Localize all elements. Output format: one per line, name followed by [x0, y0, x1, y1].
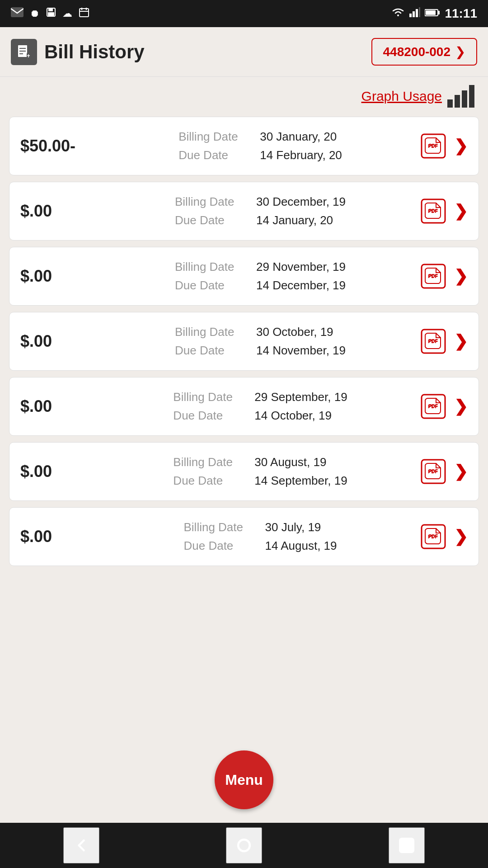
menu-button[interactable]: Menu: [215, 750, 273, 809]
bills-list: $50.00- Billing Date 30 January, 20 Due …: [0, 112, 488, 741]
svg-text:PDF: PDF: [428, 274, 438, 279]
due-date-label: Due Date: [173, 409, 245, 423]
svg-text:PDF: PDF: [428, 469, 438, 474]
due-date-row: Due Date 14 December, 19: [175, 278, 346, 292]
bill-card[interactable]: $.00 Billing Date 29 September, 19 Due D…: [9, 377, 479, 436]
bill-amount: $.00: [20, 527, 102, 546]
graph-usage-link[interactable]: Graph Usage: [361, 89, 442, 104]
pdf-icon[interactable]: PDF PDF: [419, 392, 448, 421]
wifi-icon: [391, 7, 405, 20]
header: Bill History 448200-002 ❯: [0, 27, 488, 77]
bill-dates: Billing Date 30 July, 19 Due Date 14 Aug…: [183, 520, 337, 553]
svg-rect-9: [413, 11, 415, 17]
chevron-right-icon: ❯: [454, 137, 468, 156]
menu-button-label: Menu: [225, 772, 263, 788]
svg-text:PDF: PDF: [428, 208, 438, 214]
billing-date-row: Billing Date 29 September, 19: [173, 390, 347, 404]
svg-rect-13: [438, 11, 440, 14]
due-date-label: Due Date: [175, 213, 247, 227]
bill-amount: $.00: [20, 462, 102, 481]
due-date-value: 14 February, 20: [260, 148, 342, 162]
bill-card[interactable]: $.00 Billing Date 30 August, 19 Due Date…: [9, 442, 479, 501]
due-date-row: Due Date 14 January, 20: [175, 213, 346, 227]
svg-rect-0: [11, 7, 23, 17]
chevron-right-icon: ❯: [454, 397, 468, 416]
bill-dates: Billing Date 30 January, 20 Due Date 14 …: [178, 130, 342, 162]
svg-text:PDF: PDF: [428, 404, 438, 409]
bill-card[interactable]: $.00 Billing Date 30 December, 19 Due Da…: [9, 182, 479, 241]
pdf-icon[interactable]: PDF PDF: [419, 197, 448, 226]
bill-dates: Billing Date 30 October, 19 Due Date 14 …: [175, 325, 346, 358]
signal-icon: [409, 7, 420, 20]
billing-date-value: 30 October, 19: [256, 325, 333, 339]
billing-date-row: Billing Date 30 July, 19: [183, 520, 337, 534]
due-date-value: 14 December, 19: [256, 278, 346, 292]
home-button[interactable]: [226, 827, 262, 863]
pdf-icon[interactable]: PDF PDF: [419, 132, 448, 160]
billing-date-label: Billing Date: [173, 390, 245, 404]
bill-card[interactable]: $50.00- Billing Date 30 January, 20 Due …: [9, 117, 479, 175]
svg-rect-3: [48, 12, 54, 16]
bill-amount: $.00: [20, 267, 102, 286]
bill-amount: $.00: [20, 332, 102, 351]
chevron-right-icon: ❯: [454, 462, 468, 481]
header-left: Bill History: [11, 39, 145, 65]
bill-card[interactable]: $.00 Billing Date 29 November, 19 Due Da…: [9, 247, 479, 306]
due-date-label: Due Date: [173, 474, 245, 488]
svg-rect-4: [80, 9, 89, 17]
bill-card[interactable]: $.00 Billing Date 30 October, 19 Due Dat…: [9, 312, 479, 371]
bar4: [469, 85, 474, 108]
billing-date-value: 30 July, 19: [265, 520, 321, 534]
pdf-icon[interactable]: PDF PDF: [419, 262, 448, 291]
billing-date-row: Billing Date 29 November, 19: [175, 260, 346, 274]
svg-rect-10: [416, 9, 418, 17]
bill-actions: PDF PDF ❯: [419, 392, 468, 421]
due-date-label: Due Date: [183, 539, 256, 553]
due-date-label: Due Date: [178, 148, 251, 162]
due-date-row: Due Date 14 August, 19: [183, 539, 337, 553]
bill-actions: PDF PDF ❯: [419, 197, 468, 226]
bill-amount: $.00: [20, 202, 102, 221]
due-date-value: 14 October, 19: [254, 409, 332, 423]
bar-chart-icon: [447, 85, 474, 108]
billing-date-value: 29 September, 19: [254, 390, 347, 404]
due-date-row: Due Date 14 September, 19: [173, 474, 347, 488]
pdf-icon[interactable]: PDF PDF: [419, 327, 448, 356]
billing-date-value: 30 December, 19: [256, 195, 346, 209]
graph-usage-row: Graph Usage: [0, 77, 488, 112]
billing-date-label: Billing Date: [178, 130, 251, 144]
billing-date-value: 30 January, 20: [260, 130, 337, 144]
svg-rect-8: [409, 14, 412, 17]
account-arrow-icon: ❯: [455, 44, 465, 59]
billing-date-value: 29 November, 19: [256, 260, 346, 274]
bill-card[interactable]: $.00 Billing Date 30 July, 19 Due Date 1…: [9, 507, 479, 566]
svg-point-44: [238, 840, 250, 851]
svg-rect-14: [426, 10, 436, 15]
bill-actions: PDF PDF ❯: [419, 522, 468, 551]
chevron-right-icon: ❯: [454, 202, 468, 221]
chevron-right-icon: ❯: [454, 527, 468, 546]
svg-text:PDF: PDF: [428, 534, 438, 539]
bill-actions: PDF PDF ❯: [419, 262, 468, 291]
account-button[interactable]: 448200-002 ❯: [371, 38, 477, 66]
due-date-row: Due Date 14 October, 19: [173, 409, 347, 423]
calendar-icon: [79, 7, 89, 20]
bill-dates: Billing Date 29 September, 19 Due Date 1…: [173, 390, 347, 423]
billing-date-label: Billing Date: [175, 260, 247, 274]
due-date-value: 14 November, 19: [256, 344, 346, 358]
recents-button[interactable]: [389, 827, 425, 863]
bar1: [447, 99, 453, 108]
chevron-right-icon: ❯: [454, 332, 468, 351]
pdf-icon[interactable]: PDF PDF: [419, 522, 448, 551]
bill-actions: PDF PDF ❯: [419, 327, 468, 356]
due-date-row: Due Date 14 November, 19: [175, 344, 346, 358]
status-icons-left: ⏺ ☁: [11, 7, 89, 20]
bar2: [455, 95, 460, 108]
bill-actions: PDF PDF ❯: [419, 132, 468, 160]
gmail-icon: [11, 7, 23, 20]
bill-dates: Billing Date 30 December, 19 Due Date 14…: [175, 195, 346, 227]
nav-bar: [0, 823, 488, 868]
due-date-value: 14 January, 20: [256, 213, 333, 227]
back-button[interactable]: [63, 827, 99, 863]
pdf-icon[interactable]: PDF PDF: [419, 457, 448, 486]
